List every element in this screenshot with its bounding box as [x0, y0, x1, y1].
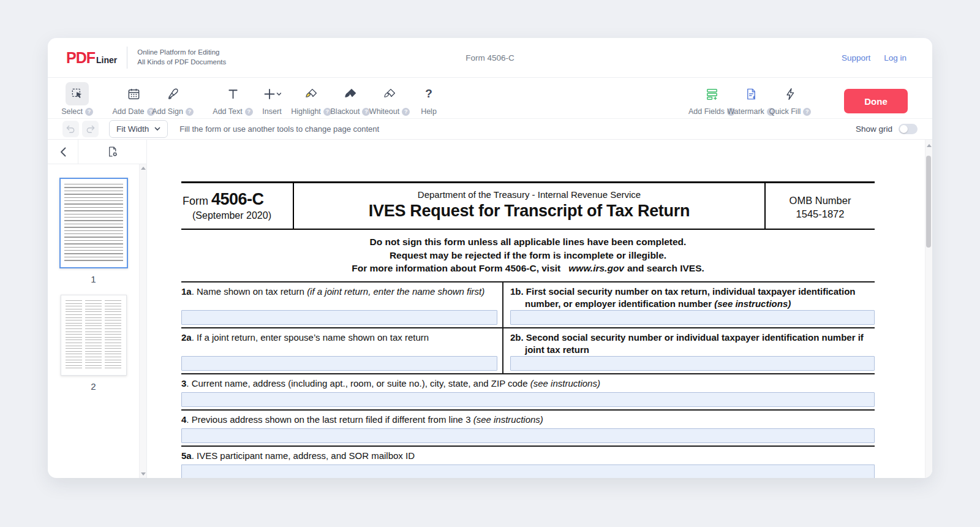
insert-button[interactable]: Insert: [252, 82, 292, 116]
page-thumbnail-1[interactable]: [59, 178, 128, 268]
field-2b: 2b. Second social security number or ind…: [502, 328, 875, 373]
quick-fill-button[interactable]: Quick Fill?: [771, 82, 810, 116]
highlight-label: Highlight: [291, 107, 321, 116]
login-link[interactable]: Log in: [884, 53, 907, 63]
tagline-line1: Online Platform for Editing: [137, 48, 226, 58]
thumbnail-2-preview: [66, 300, 122, 370]
field-1a-input[interactable]: [181, 310, 497, 325]
omb-cell: OMB Number 1545-1872: [766, 183, 875, 229]
collapse-sidebar-button[interactable]: [48, 140, 78, 164]
show-grid-label: Show grid: [856, 124, 892, 134]
select-help-badge[interactable]: ?: [85, 108, 93, 116]
support-link[interactable]: Support: [842, 53, 870, 63]
help-button[interactable]: ? Help: [409, 82, 448, 116]
notice-line-2: Request may be rejected if the form is i…: [181, 249, 875, 262]
add-fields-button[interactable]: Add Fields?: [692, 82, 731, 116]
field-5a-label: 5a. IVES participant name, address, and …: [181, 450, 875, 462]
field-5a-input[interactable]: [181, 464, 875, 479]
form-row-5a: 5a. IVES participant name, address, and …: [181, 445, 875, 479]
header-links: Support Log in: [842, 53, 907, 63]
add-date-button[interactable]: Add Date?: [114, 82, 153, 116]
page-thumbnails: 1 2: [48, 164, 139, 478]
document-viewport: Form 4506-C (September 2020) Department …: [147, 140, 932, 478]
form-number: 4506-C: [211, 190, 264, 208]
question-mark-icon: ?: [425, 87, 432, 100]
add-sign-label: Add Sign: [152, 107, 183, 116]
help-label: Help: [421, 107, 437, 116]
redo-icon: [85, 124, 96, 134]
page-number-1: 1: [91, 274, 96, 284]
add-sign-button[interactable]: Add Sign?: [153, 82, 192, 116]
watermark-doc-icon: [744, 87, 758, 101]
form-row-2: 2a. If a joint return, enter spouse’s na…: [181, 327, 875, 373]
form-header-table: Form 4506-C (September 2020) Department …: [181, 181, 875, 230]
field-2a-input[interactable]: [181, 356, 497, 371]
watermark-label: Watermark: [727, 107, 764, 116]
field-2a: 2a. If a joint return, enter spouse’s na…: [181, 328, 502, 373]
watermark-button[interactable]: Watermark?: [731, 82, 771, 116]
field-3-label: 3. Current name, address (including apt.…: [181, 377, 875, 390]
add-text-button[interactable]: Add Text?: [213, 82, 252, 116]
field-4-input[interactable]: [181, 428, 875, 443]
select-label: Select: [61, 107, 83, 116]
signature-pen-icon: [166, 87, 180, 101]
quick-fill-label: Quick Fill: [769, 107, 801, 116]
undo-button[interactable]: [62, 121, 79, 137]
app-window: PDF Liner Online Platform for Editing Al…: [48, 38, 932, 478]
logo-pdf-text: PDF: [66, 49, 95, 67]
main-toolbar: Select? Add Date?: [48, 78, 932, 119]
whiteout-button[interactable]: Whiteout?: [370, 82, 409, 116]
redo-button[interactable]: [82, 121, 99, 137]
blackout-button[interactable]: Blackout?: [331, 82, 370, 116]
field-2a-label: 2a. If a joint return, enter spouse’s na…: [181, 332, 497, 344]
zoom-mode-value: Fit Width: [116, 124, 149, 134]
toggle-knob: [900, 125, 908, 133]
field-1a: 1a. Name shown on tax return (if a joint…: [181, 282, 502, 327]
pages-sidebar: 1 2: [48, 140, 147, 478]
sidebar-scrollbar[interactable]: [139, 164, 146, 478]
scroll-down-icon[interactable]: [141, 472, 146, 476]
field-4-label: 4. Previous address shown on the last re…: [181, 414, 875, 426]
form-department: Department of the Treasury - Internal Re…: [294, 189, 764, 200]
show-grid-toggle[interactable]: [899, 124, 918, 134]
form-row-1: 1a. Name shown on tax return (if a joint…: [181, 281, 875, 327]
field-1b-label: 1b. First social security number on tax …: [510, 286, 875, 310]
document-gear-icon: [106, 145, 119, 158]
omb-label: OMB Number: [766, 194, 875, 207]
field-1b-input[interactable]: [510, 310, 875, 325]
form-notice: Do not sign this form unless all applica…: [181, 230, 875, 281]
form-title-cell: Department of the Treasury - Internal Re…: [293, 183, 766, 229]
done-button[interactable]: Done: [844, 89, 908, 113]
calendar-icon: [127, 87, 141, 101]
whiteout-label: Whiteout: [369, 107, 399, 116]
logo-liner-text: Liner: [96, 55, 117, 65]
add-text-label: Add Text: [213, 107, 242, 116]
page-thumbnail-2[interactable]: [61, 295, 127, 376]
add-date-label: Add Date: [112, 107, 144, 116]
highlight-brush-icon: [304, 87, 318, 101]
blackout-brush-icon: [344, 87, 358, 101]
viewport-scrollbar-thumb[interactable]: [926, 156, 931, 248]
field-1a-label: 1a. Name shown on tax return (if a joint…: [181, 286, 497, 298]
quick-fill-help-badge[interactable]: ?: [803, 108, 811, 116]
field-3-input[interactable]: [181, 392, 875, 407]
add-fields-label: Add Fields: [688, 107, 725, 116]
whiteout-brush-icon: [383, 87, 397, 101]
logo-divider: [127, 47, 127, 69]
zoom-mode-select[interactable]: Fit Width: [109, 120, 168, 138]
app-header: PDF Liner Online Platform for Editing Al…: [48, 38, 932, 78]
insert-label: Insert: [262, 107, 281, 116]
add-fields-icon: [705, 87, 719, 101]
add-sign-help-badge[interactable]: ?: [186, 108, 194, 116]
viewport-scrollbar[interactable]: [925, 140, 932, 478]
viewport-scroll-up-icon[interactable]: [927, 144, 932, 147]
pdfliner-logo[interactable]: PDF Liner: [66, 49, 117, 67]
add-text-help-badge[interactable]: ?: [245, 108, 253, 116]
scroll-up-icon[interactable]: [141, 167, 146, 170]
thumbnail-1-preview: [64, 184, 123, 262]
page-settings-button[interactable]: [78, 140, 146, 164]
blackout-label: Blackout: [331, 107, 360, 116]
select-tool-button[interactable]: Select?: [58, 82, 97, 116]
highlight-button[interactable]: Highlight?: [292, 82, 331, 116]
field-2b-input[interactable]: [510, 356, 875, 371]
